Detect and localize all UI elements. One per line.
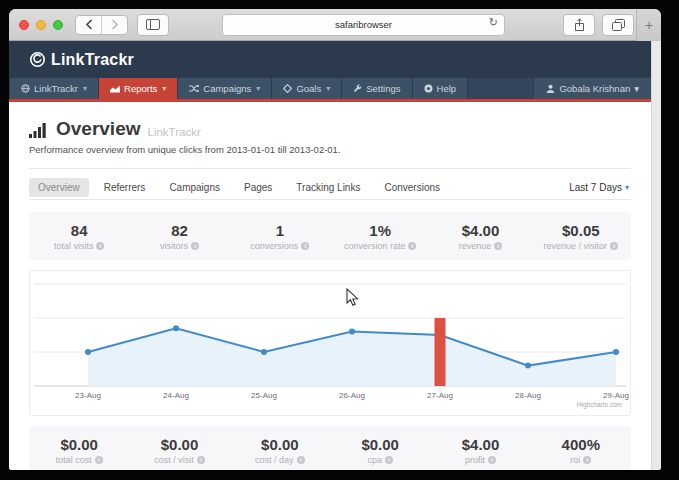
area-chart-icon bbox=[110, 84, 120, 93]
share-button[interactable] bbox=[563, 14, 595, 36]
info-icon[interactable]: i bbox=[197, 456, 205, 464]
minimize-window-button[interactable] bbox=[36, 20, 46, 30]
tab-campaigns[interactable]: Campaigns bbox=[160, 178, 229, 197]
nav-item-goals[interactable]: Goals ▾ bbox=[272, 78, 342, 99]
chevron-down-icon: ▾ bbox=[625, 183, 629, 192]
tab-conversions[interactable]: Conversions bbox=[375, 178, 449, 197]
period-label: Last 7 Days bbox=[569, 182, 622, 193]
address-text: safaribrowser bbox=[335, 19, 392, 30]
scrollbar-track[interactable] bbox=[651, 41, 661, 470]
visits-chart: 23-Aug24-Aug25-Aug26-Aug27-Aug28-Aug29-A… bbox=[29, 270, 631, 416]
svg-text:29-Aug: 29-Aug bbox=[603, 391, 629, 400]
close-window-button[interactable] bbox=[19, 20, 29, 30]
stat-value: $4.00 bbox=[430, 436, 530, 453]
history-nav-group bbox=[75, 15, 128, 35]
chevron-down-icon: ▾ bbox=[326, 85, 330, 93]
tab-pages[interactable]: Pages bbox=[235, 178, 281, 197]
period-selector[interactable]: Last 7 Days ▾ bbox=[569, 182, 631, 193]
sidebar-toggle-button[interactable] bbox=[137, 14, 169, 36]
svg-text:23-Aug: 23-Aug bbox=[75, 391, 101, 400]
stat-value: $0.00 bbox=[129, 436, 229, 453]
stats-row-top: 84total visitsi 82visitorsi 1conversions… bbox=[29, 212, 631, 260]
stat-label: profit bbox=[465, 455, 485, 465]
info-icon[interactable]: i bbox=[191, 242, 199, 250]
tab-referrers[interactable]: Referrers bbox=[95, 178, 155, 197]
forward-button[interactable] bbox=[101, 16, 127, 34]
address-bar[interactable]: safaribrowser ↻ bbox=[222, 14, 505, 36]
stat-conversions: 1conversionsi bbox=[230, 222, 330, 251]
svg-text:Highcharts.com: Highcharts.com bbox=[577, 401, 622, 409]
nav-item-campaigns[interactable]: Campaigns ▾ bbox=[178, 78, 272, 99]
stat-value: 84 bbox=[29, 222, 129, 239]
globe-icon bbox=[21, 84, 30, 93]
info-icon[interactable]: i bbox=[96, 242, 104, 250]
stat-value: $4.00 bbox=[430, 222, 530, 239]
stat-label: conversion rate bbox=[344, 241, 406, 251]
window-controls bbox=[19, 20, 63, 30]
tabs-icon bbox=[612, 19, 625, 31]
stat-visitors: 82visitorsi bbox=[129, 222, 229, 251]
info-icon[interactable]: i bbox=[301, 242, 309, 250]
user-menu[interactable]: Gobala Krishnan ▾ bbox=[533, 78, 651, 99]
stat-total-cost: $0.00total costi bbox=[29, 436, 129, 465]
back-button[interactable] bbox=[76, 16, 101, 34]
info-icon[interactable]: i bbox=[385, 456, 393, 464]
nav-label: Reports bbox=[124, 83, 157, 94]
stat-cpa: $0.00cpai bbox=[330, 436, 430, 465]
sidebar-icon bbox=[146, 19, 160, 30]
svg-text:24-Aug: 24-Aug bbox=[163, 391, 189, 400]
show-tabs-button[interactable] bbox=[602, 14, 634, 36]
stat-cost-per-visit: $0.00cost / visiti bbox=[129, 436, 229, 465]
app-logo[interactable]: LinkTrackr bbox=[29, 51, 134, 69]
browser-window: safaribrowser ↻ + LinkTrackr Link bbox=[9, 9, 661, 470]
info-icon[interactable]: i bbox=[408, 242, 416, 250]
svg-text:25-Aug: 25-Aug bbox=[251, 391, 277, 400]
info-icon[interactable]: i bbox=[583, 456, 591, 464]
stat-label: total visits bbox=[54, 241, 94, 251]
user-name: Gobala Krishnan bbox=[559, 83, 630, 94]
nav-label: Settings bbox=[366, 83, 400, 94]
chevron-down-icon: ▾ bbox=[634, 83, 639, 94]
svg-text:27-Aug: 27-Aug bbox=[427, 391, 453, 400]
stat-label: visitors bbox=[160, 241, 188, 251]
stat-roi: 400%roii bbox=[531, 436, 631, 465]
nav-item-linktrackr[interactable]: LinkTrackr ▾ bbox=[9, 78, 99, 99]
info-icon[interactable]: i bbox=[297, 456, 305, 464]
info-icon[interactable]: i bbox=[610, 242, 618, 250]
share-icon bbox=[574, 18, 585, 31]
nav-item-settings[interactable]: Settings bbox=[342, 78, 412, 99]
stat-label: revenue / visitor bbox=[544, 241, 608, 251]
new-tab-button[interactable]: + bbox=[636, 9, 661, 41]
shuffle-icon bbox=[189, 84, 199, 93]
info-icon[interactable]: i bbox=[95, 456, 103, 464]
svg-text:28-Aug: 28-Aug bbox=[515, 391, 541, 400]
info-icon[interactable]: i bbox=[494, 242, 502, 250]
page-subtitle: Performance overview from unique clicks … bbox=[29, 144, 631, 156]
zoom-window-button[interactable] bbox=[53, 20, 63, 30]
page-title-suffix: LinkTrackr bbox=[148, 126, 201, 140]
stat-label: cost / visit bbox=[154, 455, 194, 465]
stat-profit: $4.00profiti bbox=[430, 436, 530, 465]
report-tabs: Overview Referrers Campaigns Pages Track… bbox=[29, 175, 631, 200]
back-chevron-icon bbox=[85, 19, 93, 30]
nav-label: LinkTrackr bbox=[34, 83, 78, 94]
nav-item-help[interactable]: Help bbox=[413, 78, 469, 99]
reload-icon[interactable]: ↻ bbox=[489, 16, 498, 29]
stat-label: cpa bbox=[367, 455, 382, 465]
user-icon bbox=[546, 84, 555, 93]
tab-overview[interactable]: Overview bbox=[29, 178, 89, 197]
diamond-icon bbox=[283, 84, 292, 93]
app-header: LinkTrackr bbox=[9, 41, 651, 78]
app-logo-text: LinkTrackr bbox=[51, 51, 134, 69]
tab-tracking-links[interactable]: Tracking Links bbox=[287, 178, 369, 197]
forward-chevron-icon bbox=[111, 19, 119, 30]
stat-value: 400% bbox=[531, 436, 631, 453]
stat-cost-per-day: $0.00cost / dayi bbox=[230, 436, 330, 465]
bar-chart-icon bbox=[29, 122, 49, 140]
stat-revenue: $4.00revenuei bbox=[430, 222, 530, 251]
nav-label: Campaigns bbox=[203, 83, 251, 94]
info-icon[interactable]: i bbox=[488, 456, 496, 464]
nav-item-reports[interactable]: Reports ▾ bbox=[99, 78, 178, 99]
wrench-icon bbox=[353, 84, 362, 93]
stat-value: $0.05 bbox=[531, 222, 631, 239]
